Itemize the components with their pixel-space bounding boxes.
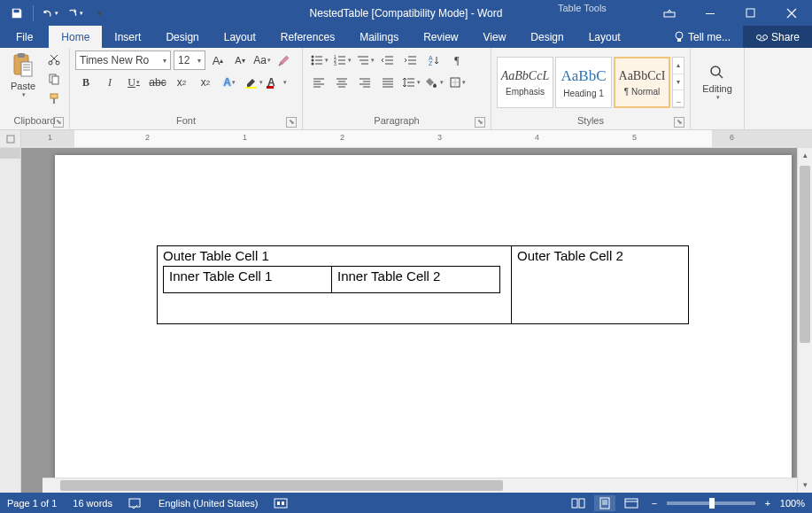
window-controls xyxy=(649,0,812,26)
multilevel-list-button[interactable]: ▾ xyxy=(354,51,375,70)
tab-references[interactable]: References xyxy=(268,26,347,48)
zoom-in-button[interactable]: + xyxy=(761,495,775,511)
zoom-thumb[interactable] xyxy=(709,498,715,509)
qat-customize-button[interactable]: ▾ xyxy=(88,3,111,24)
align-center-button[interactable] xyxy=(331,73,352,92)
line-spacing-button[interactable]: ▾ xyxy=(400,73,421,92)
tab-table-design[interactable]: Design xyxy=(518,26,576,48)
style-emphasis[interactable]: AaBbCcL Emphasis xyxy=(497,57,553,108)
vscroll-thumb[interactable] xyxy=(800,166,810,343)
change-case-button[interactable]: Aa▾ xyxy=(252,51,272,70)
align-left-button[interactable] xyxy=(308,73,329,92)
tell-me-search[interactable]: Tell me... xyxy=(661,26,743,48)
document-viewport[interactable]: Outer Table Cell 1 Inner Table Cell 1 In… xyxy=(21,148,812,493)
tab-mailings[interactable]: Mailings xyxy=(347,26,411,48)
strikethrough-button[interactable]: abc xyxy=(147,73,168,92)
outer-table[interactable]: Outer Table Cell 1 Inner Table Cell 1 In… xyxy=(157,245,689,324)
ruler-corner[interactable] xyxy=(0,130,21,147)
font-color-button[interactable]: A▾ xyxy=(267,73,288,92)
tab-home[interactable]: Home xyxy=(49,26,102,48)
paste-dropdown[interactable]: ▾ xyxy=(22,91,26,98)
borders-button[interactable]: ▾ xyxy=(446,73,468,92)
style-heading1[interactable]: AaBbC Heading 1 xyxy=(555,57,612,108)
increase-indent-button[interactable] xyxy=(400,51,421,70)
paragraph-launcher[interactable]: ⬊ xyxy=(475,117,485,128)
show-hide-button[interactable]: ¶ xyxy=(446,51,468,70)
outer-cell-1[interactable]: Outer Table Cell 1 Inner Table Cell 1 In… xyxy=(158,246,512,324)
zoom-out-button[interactable]: − xyxy=(647,495,661,511)
zoom-slider[interactable] xyxy=(667,501,755,505)
editing-dropdown[interactable]: ▾ xyxy=(716,94,720,101)
subscript-button[interactable]: x2 xyxy=(171,73,192,92)
save-button[interactable] xyxy=(5,3,28,24)
style-preview: AaBbCcL xyxy=(501,69,549,83)
highlight-button[interactable]: ▾ xyxy=(243,73,264,92)
clear-formatting-button[interactable] xyxy=(275,51,294,70)
tab-insert[interactable]: Insert xyxy=(102,26,153,48)
outer-cell-2[interactable]: Outer Table Cell 2 xyxy=(512,246,689,324)
tab-design[interactable]: Design xyxy=(153,26,211,48)
maximize-button[interactable] xyxy=(731,0,771,26)
horizontal-scrollbar[interactable] xyxy=(43,478,797,493)
spellcheck-status[interactable] xyxy=(128,497,143,509)
paste-button[interactable] xyxy=(9,51,37,81)
font-launcher[interactable]: ⬊ xyxy=(286,117,297,128)
font-size-combo[interactable]: 12▾ xyxy=(174,51,205,70)
decrease-indent-button[interactable] xyxy=(377,51,398,70)
italic-button[interactable]: I xyxy=(99,73,120,92)
cut-button[interactable] xyxy=(44,51,64,68)
macro-status[interactable] xyxy=(274,498,288,509)
style-normal[interactable]: AaBbCcI ¶ Normal xyxy=(614,57,670,108)
horizontal-ruler[interactable]: 1 2 1 2 3 4 5 6 xyxy=(0,130,812,148)
page-status[interactable]: Page 1 of 1 xyxy=(7,498,57,509)
text-effects-button[interactable]: A▾ xyxy=(219,73,240,92)
word-count[interactable]: 16 words xyxy=(73,498,112,509)
ribbon-options-button[interactable] xyxy=(649,0,690,26)
tab-file[interactable]: File xyxy=(0,26,49,48)
inner-cell-2[interactable]: Inner Table Cell 2 xyxy=(332,267,500,293)
copy-button[interactable] xyxy=(44,70,64,88)
bold-button[interactable]: B xyxy=(75,73,97,92)
scroll-down-button[interactable]: ▾ xyxy=(798,478,812,493)
tab-table-layout[interactable]: Layout xyxy=(576,26,633,48)
inner-cell-1[interactable]: Inner Table Cell 1 xyxy=(164,267,332,293)
superscript-button[interactable]: x2 xyxy=(195,73,216,92)
web-layout-button[interactable] xyxy=(621,495,642,511)
hscroll-thumb[interactable] xyxy=(60,480,503,491)
bullets-button[interactable]: ▾ xyxy=(308,51,329,70)
tab-view[interactable]: View xyxy=(471,26,519,48)
shading-button[interactable]: ▾ xyxy=(423,73,445,92)
undo-button[interactable]: ▾ xyxy=(38,3,61,24)
document-page[interactable]: Outer Table Cell 1 Inner Table Cell 1 In… xyxy=(55,155,792,493)
minimize-button[interactable] xyxy=(690,0,731,26)
grow-font-button[interactable]: A▴ xyxy=(208,51,228,70)
align-right-button[interactable] xyxy=(354,73,375,92)
vertical-ruler[interactable] xyxy=(0,148,21,493)
numbering-button[interactable]: 123▾ xyxy=(331,51,352,70)
styles-launcher[interactable]: ⬊ xyxy=(674,117,684,128)
styles-gallery-more[interactable]: ▴▾⎯ xyxy=(672,57,684,108)
language-status[interactable]: English (United States) xyxy=(159,498,259,509)
find-button[interactable] xyxy=(707,64,728,82)
shrink-font-button[interactable]: A▾ xyxy=(230,51,250,70)
close-button[interactable] xyxy=(771,0,812,26)
share-button[interactable]: Share xyxy=(743,26,812,48)
sort-button[interactable]: AZ xyxy=(423,51,445,70)
font-name-combo[interactable]: Times New Ro▾ xyxy=(75,51,171,70)
read-mode-button[interactable] xyxy=(568,495,589,511)
tab-layout[interactable]: Layout xyxy=(212,26,268,48)
redo-button[interactable]: ▾ xyxy=(63,3,86,24)
clipboard-launcher[interactable]: ⬊ xyxy=(53,117,64,128)
inner-table[interactable]: Inner Table Cell 1 Inner Table Cell 2 xyxy=(163,266,500,293)
print-layout-button[interactable] xyxy=(594,495,615,511)
zoom-level[interactable]: 100% xyxy=(780,498,805,509)
clipboard-group-label: Clipboard xyxy=(13,115,55,126)
underline-button[interactable]: U▾ xyxy=(123,73,144,92)
svg-rect-16 xyxy=(246,87,257,89)
tab-review[interactable]: Review xyxy=(411,26,470,48)
scroll-up-button[interactable]: ▴ xyxy=(798,148,812,163)
justify-button[interactable] xyxy=(377,73,398,92)
vertical-scrollbar[interactable]: ▴ ▾ xyxy=(797,148,812,493)
format-painter-button[interactable] xyxy=(44,89,64,107)
svg-rect-28 xyxy=(7,136,14,143)
